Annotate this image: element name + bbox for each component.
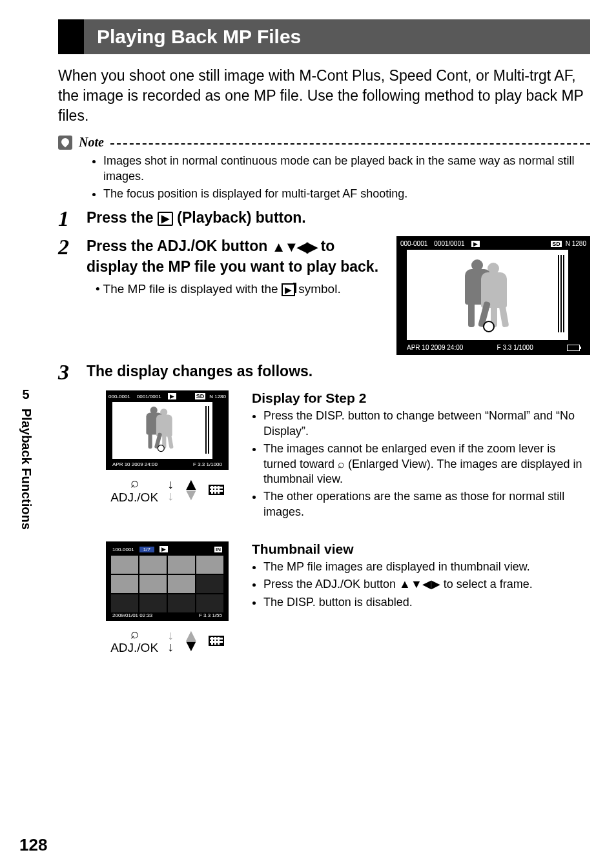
fig-folder: 000-0001 (400, 240, 427, 247)
playback-icon: ▶ (158, 212, 173, 226)
note-dashes (110, 143, 590, 145)
zoom-adj-label: ⌕ ADJ./OK (110, 475, 158, 504)
figure-small: 000-0001 0001/0001 ▶ SD N 1280 (106, 390, 229, 470)
note-item: The focus position is displayed for mult… (103, 187, 590, 201)
thumbnail-grid (108, 554, 226, 612)
thick-arrows-icon: ▲▼ (183, 631, 200, 651)
fig-folder: 000-0001 (108, 394, 130, 399)
step-number: 2 (58, 236, 77, 355)
desc2-list: The MP file images are displayed in thum… (252, 560, 590, 610)
magnifier-icon: ⌕ (110, 626, 158, 641)
magnifier-icon: ⌕ (110, 475, 158, 490)
text: (Playback) button. (173, 209, 306, 226)
list-item: Press the DISP. button to change between… (263, 409, 590, 439)
control-row: ⌕ ADJ./OK ↓↓ ▲▼ (110, 626, 224, 655)
fig-folder: 100-0001 (112, 547, 134, 552)
fig-exposure: F 3.3 1/1000 (193, 461, 222, 467)
step2-bullet: The MP file is displayed with the ▶ symb… (96, 281, 384, 298)
note-list: Images shot in normal continuous mode ca… (92, 154, 590, 201)
desc2-head: Thumbnail view (252, 541, 590, 557)
text: Press the ADJ./OK button (87, 237, 272, 254)
in-badge: IN (214, 547, 222, 552)
step3-head: The display changes as follows. (87, 361, 590, 381)
intro-text: When you shoot one still image with M-Co… (58, 66, 590, 126)
thin-arrows-icon: ↓↓ (167, 478, 174, 501)
display-step2-row: 000-0001 0001/0001 ▶ SD N 1280 (87, 390, 590, 522)
note-header: Note (58, 135, 590, 150)
fig-counter: 0001/0001 (434, 240, 464, 247)
thin-arrows-icon: ↓↓ (167, 629, 174, 652)
fig-quality: N 1280 (566, 240, 586, 247)
figure-image (407, 250, 568, 340)
step-number: 3 (58, 361, 77, 674)
step-2: 2 Press the ADJ./OK button ▲▼◀▶ to displ… (58, 236, 590, 355)
adj-ok-label: ADJ./OK (110, 491, 158, 505)
step-1: 1 Press the ▶ (Playback) button. (58, 208, 590, 230)
note-icon (58, 136, 72, 150)
fig-counter: 0001/0001 (137, 394, 161, 399)
text: symbol. (295, 282, 341, 296)
mp-stack-icon: ▶ (168, 393, 176, 399)
fig-quality: N 1280 (209, 394, 226, 399)
battery-icon (567, 345, 580, 351)
page-number: 128 (19, 835, 47, 855)
thumbnail-grid-icon (209, 485, 224, 495)
text: Press the (87, 209, 158, 226)
list-item: The images cannot be enlarged even if th… (263, 441, 590, 487)
desc1-list: Press the DISP. button to change between… (252, 409, 590, 520)
figure-large: 000-0001 0001/0001 ▶ SD N 1280 (396, 236, 590, 355)
note-item: Images shot in normal continuous mode ca… (103, 154, 590, 184)
fig-exposure: F 3.3 1/1000 (497, 344, 533, 351)
control-row: ⌕ ADJ./OK ↓↓ ▲▼ (110, 475, 224, 504)
thumbnail-grid-icon (209, 636, 224, 646)
list-item: The DISP. button is disabled. (263, 595, 590, 610)
thumbnail-view-row: 100-0001 1/7 ▶ IN (87, 541, 590, 655)
step-number: 1 (58, 208, 77, 230)
step2-head: Press the ADJ./OK button ▲▼◀▶ to display… (87, 236, 384, 277)
desc1-head: Display for Step 2 (252, 390, 590, 406)
dpad-icon: ▲▼◀▶ (272, 237, 317, 257)
page-title: Playing Back MP Files (58, 19, 590, 54)
adj-ok-label: ADJ./OK (110, 641, 158, 655)
step1-head: Press the ▶ (Playback) button. (87, 208, 590, 228)
mp-stack-icon: ▶ (471, 241, 480, 247)
list-item: The other operations are the same as tho… (263, 489, 590, 520)
zoom-adj-label: ⌕ ADJ./OK (110, 626, 158, 655)
sd-badge: SD (195, 393, 206, 399)
list-item: The MP file images are displayed in thum… (263, 560, 590, 574)
note-label: Note (79, 135, 104, 150)
figure-image (112, 402, 212, 459)
fig-counter: 1/7 (139, 547, 154, 552)
text: The MP file is displayed with the (103, 282, 282, 296)
list-item: Press the ADJ./OK button ▲▼◀▶ to select … (263, 577, 590, 592)
sd-badge: SD (551, 241, 562, 247)
step-3: 3 The display changes as follows. 000-00… (58, 361, 590, 674)
mp-stack-icon: ▶ (159, 546, 168, 552)
fig-exposure: F 3.3 1/55 (199, 612, 222, 618)
fig-date: 2009/01/01 02:33 (112, 612, 152, 618)
thick-arrows-icon: ▲▼ (183, 479, 200, 500)
fig-date: APR 10 2009 24:00 (112, 461, 158, 467)
figure-grid: 100-0001 1/7 ▶ IN (106, 541, 229, 621)
fig-date: APR 10 2009 24:00 (407, 344, 463, 351)
mp-file-icon: ▶ (282, 283, 295, 296)
